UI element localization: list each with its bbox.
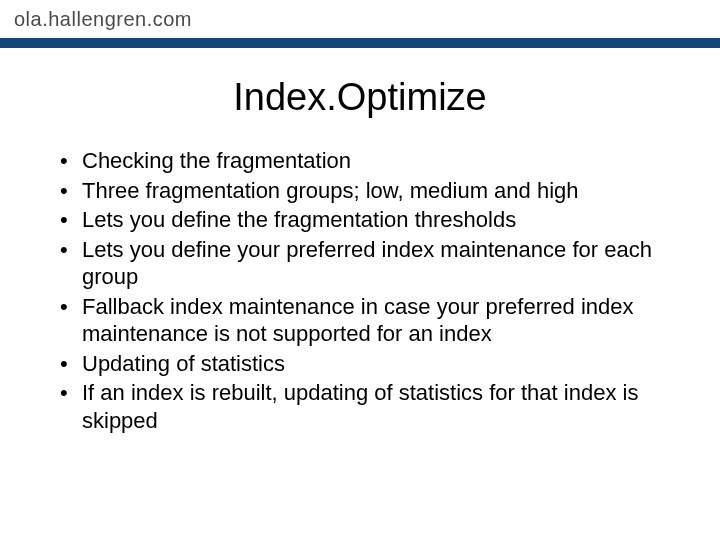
list-item: Three fragmentation groups; low, medium … xyxy=(54,177,666,205)
site-url: ola.hallengren.com xyxy=(14,8,192,31)
slide: ola.hallengren.com Index.Optimize Checki… xyxy=(0,0,720,540)
bullet-list: Checking the fragmentation Three fragmen… xyxy=(54,147,666,434)
slide-title: Index.Optimize xyxy=(0,76,720,119)
list-item: Lets you define your preferred index mai… xyxy=(54,236,666,291)
list-item: If an index is rebuilt, updating of stat… xyxy=(54,379,666,434)
header-bar: ola.hallengren.com xyxy=(0,0,720,48)
list-item: Checking the fragmentation xyxy=(54,147,666,175)
list-item: Updating of statistics xyxy=(54,350,666,378)
list-item: Lets you define the fragmentation thresh… xyxy=(54,206,666,234)
list-item: Fallback index maintenance in case your … xyxy=(54,293,666,348)
content-area: Checking the fragmentation Three fragmen… xyxy=(0,119,720,434)
